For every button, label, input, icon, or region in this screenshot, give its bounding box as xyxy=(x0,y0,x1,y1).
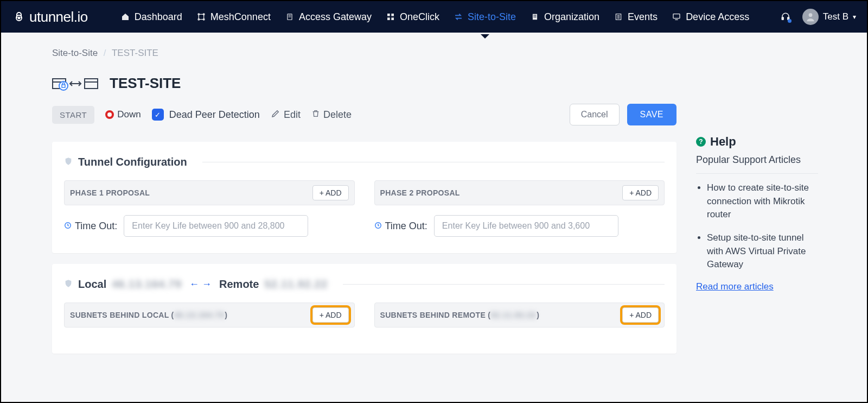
edit-button[interactable]: Edit xyxy=(271,109,301,121)
svg-rect-32 xyxy=(85,79,98,89)
svg-rect-10 xyxy=(391,14,394,16)
nav-site-to-site[interactable]: Site-to-Site xyxy=(454,11,516,23)
help-sidebar: ? Help Popular Support Articles How to c… xyxy=(696,48,818,364)
start-button[interactable]: START xyxy=(52,106,94,124)
clock-icon xyxy=(374,222,382,231)
svg-rect-15 xyxy=(535,15,537,16)
monitor-icon xyxy=(672,12,681,22)
tunnel-config-header: Tunnel Configuration xyxy=(64,156,665,168)
status-text: Down xyxy=(117,109,141,120)
content-area: Site-to-Site / TEST-SITE TEST xyxy=(1,33,867,364)
subnets-local-header: SUBNETS BEHIND LOCAL (46.13.164.79) + AD… xyxy=(64,303,355,328)
delete-button[interactable]: Delete xyxy=(311,109,352,121)
building-icon xyxy=(530,12,540,22)
edit-label: Edit xyxy=(284,109,301,121)
dpd-label: Dead Peer Detection xyxy=(169,109,260,121)
save-button[interactable]: SAVE xyxy=(627,104,677,125)
phases-row: PHASE 1 PROPOSAL + ADD Time Out: xyxy=(64,180,665,237)
nav-events[interactable]: Events xyxy=(614,11,658,23)
actions-left: START Down ✓ Dead Peer Detection Edit xyxy=(52,106,352,124)
svg-rect-9 xyxy=(387,14,390,16)
breadcrumb-root[interactable]: Site-to-Site xyxy=(52,48,98,58)
subnets-local-label: SUBNETS BEHIND LOCAL (46.13.164.79) xyxy=(70,311,227,319)
subnets-remote-label: SUBNETS BEHIND REMOTE (52.11.92.22) xyxy=(380,311,540,319)
nav-dashboard-label: Dashboard xyxy=(135,11,182,23)
phase2-timeout-input[interactable] xyxy=(434,215,618,237)
shield-icon xyxy=(64,279,73,291)
title-row: TEST-SITE xyxy=(52,75,676,92)
svg-rect-14 xyxy=(534,15,535,16)
subnets-row: SUBNETS BEHIND LOCAL (46.13.164.79) + AD… xyxy=(64,303,665,337)
grid-icon xyxy=(386,12,395,22)
phase2-label: PHASE 2 PROPOSAL xyxy=(380,188,460,197)
local-label: Local xyxy=(78,278,106,291)
subnets-local-add-button[interactable]: + ADD xyxy=(312,307,349,323)
nav-s2s-label: Site-to-Site xyxy=(468,11,516,23)
status-down-icon xyxy=(105,110,114,119)
actions-right: Cancel SAVE xyxy=(570,104,676,125)
svg-rect-22 xyxy=(673,14,680,18)
phase2-block: PHASE 2 PROPOSAL + ADD Time Out: xyxy=(374,180,665,237)
remote-ip: 52.11.92.22 xyxy=(264,278,328,291)
local-remote-card: Local 46.13.164.79 ← → Remote 52.11.92.2… xyxy=(52,264,676,354)
phase1-timeout-text: Time Out: xyxy=(75,221,117,232)
svg-rect-12 xyxy=(391,17,394,20)
bidirectional-arrow-icon: ← → xyxy=(189,279,212,290)
nav-organization[interactable]: Organization xyxy=(530,11,599,23)
svg-rect-13 xyxy=(533,14,537,20)
pencil-icon xyxy=(271,109,280,121)
help-article[interactable]: How to create site-to-site connection wi… xyxy=(707,181,818,222)
svg-point-26 xyxy=(808,13,812,17)
tunnel-config-card: Tunnel Configuration PHASE 1 PROPOSAL + … xyxy=(52,142,676,253)
help-title-text: Help xyxy=(710,135,736,149)
page-title: TEST-SITE xyxy=(110,75,181,92)
phase1-header: PHASE 1 PROPOSAL + ADD xyxy=(64,180,355,205)
subnets-remote-add-button[interactable]: + ADD xyxy=(622,307,659,323)
user-menu[interactable]: Test B ▾ xyxy=(802,9,856,25)
phase1-timeout-input[interactable] xyxy=(124,215,308,237)
checkbox-checked-icon: ✓ xyxy=(152,109,164,121)
site-to-site-icon xyxy=(52,75,101,92)
headset-icon[interactable] xyxy=(781,12,790,22)
breadcrumb-current: TEST-SITE xyxy=(112,48,158,58)
phase1-add-button[interactable]: + ADD xyxy=(312,185,349,200)
cancel-button[interactable]: Cancel xyxy=(570,104,620,125)
help-subtitle: Popular Support Articles xyxy=(696,154,818,174)
phase2-add-button[interactable]: + ADD xyxy=(622,185,659,200)
nav-oneclick-label: OneClick xyxy=(400,11,439,23)
remote-label: Remote xyxy=(219,278,259,291)
list-icon xyxy=(614,12,623,22)
brand-logo[interactable]: utunnel.io xyxy=(12,9,88,26)
clock-icon xyxy=(64,222,72,231)
help-article[interactable]: Setup site-to-site tunnel with AWS Virtu… xyxy=(707,231,818,272)
nav-device-access[interactable]: Device Access xyxy=(672,11,749,23)
subnets-remote-header: SUBNETS BEHIND REMOTE (52.11.92.22) + AD… xyxy=(374,303,665,328)
avatar xyxy=(802,9,819,25)
subnets-local-block: SUBNETS BEHIND LOCAL (46.13.164.79) + AD… xyxy=(64,303,355,337)
nav-access-label: Access Gateway xyxy=(299,11,372,23)
phase2-timeout-text: Time Out: xyxy=(385,221,427,232)
phase1-timeout-label: Time Out: xyxy=(64,221,117,232)
nav-org-label: Organization xyxy=(544,11,599,23)
local-ip: 46.13.164.79 xyxy=(112,278,182,291)
nav-oneclick[interactable]: OneClick xyxy=(386,11,439,23)
svg-rect-11 xyxy=(387,17,390,20)
nav-dashboard[interactable]: Dashboard xyxy=(120,11,182,23)
svg-rect-17 xyxy=(535,16,537,17)
svg-point-1 xyxy=(18,17,20,19)
breadcrumb-sep: / xyxy=(104,48,106,58)
nav-meshconnect[interactable]: MeshConnect xyxy=(196,11,271,23)
nav-links: Dashboard MeshConnect Access Gateway One… xyxy=(120,11,770,23)
nav-access-gateway[interactable]: Access Gateway xyxy=(285,11,372,23)
shield-icon xyxy=(64,156,73,168)
brand-text: utunnel.io xyxy=(29,9,88,26)
user-name: Test B xyxy=(823,11,848,22)
help-article-list: How to create site-to-site connection wi… xyxy=(696,181,818,272)
main-column: Site-to-Site / TEST-SITE TEST xyxy=(52,48,676,364)
help-read-more-link[interactable]: Read more articles xyxy=(696,281,818,292)
phase2-timeout-row: Time Out: xyxy=(374,215,665,237)
local-remote-header: Local 46.13.164.79 ← → Remote 52.11.92.2… xyxy=(64,278,665,291)
breadcrumb: Site-to-Site / TEST-SITE xyxy=(52,48,676,59)
tunnel-config-title: Tunnel Configuration xyxy=(78,156,187,168)
dpd-toggle[interactable]: ✓ Dead Peer Detection xyxy=(152,109,260,121)
